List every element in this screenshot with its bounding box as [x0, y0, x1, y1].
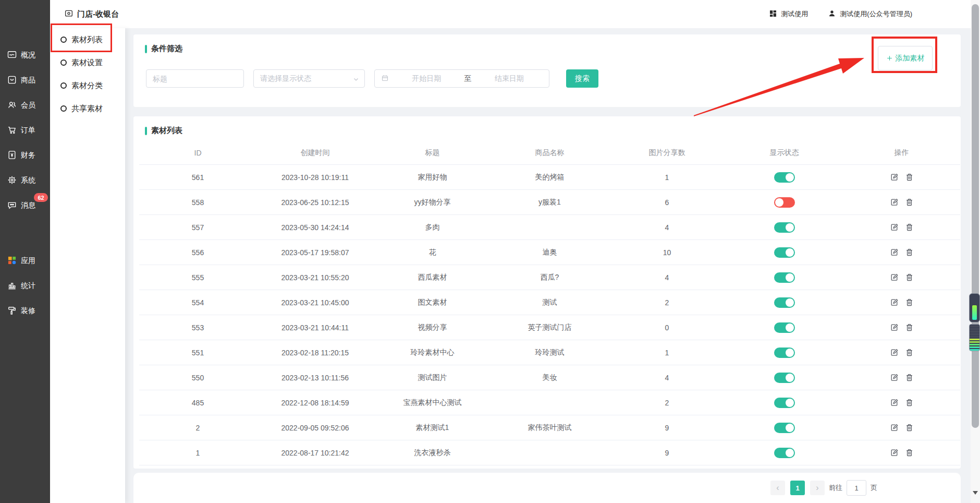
sidebar-item-stats[interactable]: 统计	[0, 273, 50, 298]
submenu-item-1[interactable]: 素材设置	[50, 51, 125, 74]
edit-icon[interactable]	[890, 223, 899, 232]
edit-icon[interactable]	[890, 348, 899, 357]
top-bar: 门店-收银台 测试使用 测试使用(公众号管理员)	[50, 0, 980, 28]
cell-id: 558	[139, 190, 256, 214]
trash-icon[interactable]	[905, 298, 914, 307]
current-page-button[interactable]: 1	[790, 481, 805, 495]
edit-icon[interactable]	[890, 298, 899, 307]
table-row: 5532023-03-21 10:44:11视频分享英子测试门店0	[139, 315, 960, 340]
unread-count-badge: 62	[34, 193, 48, 202]
trash-icon[interactable]	[905, 173, 914, 182]
trash-icon[interactable]	[905, 273, 914, 282]
edit-icon[interactable]	[890, 323, 899, 332]
title-input[interactable]	[146, 69, 244, 88]
status-select[interactable]: 请选择显示状态	[253, 69, 365, 88]
cell-share-count: 1	[608, 165, 726, 189]
cell-actions	[843, 165, 960, 189]
visibility-toggle[interactable]	[774, 423, 795, 433]
visibility-toggle[interactable]	[774, 373, 795, 383]
table-body: 5612023-10-28 10:19:11家用好物美的烤箱15582023-0…	[139, 165, 960, 465]
app-window: 概况商品会员订单财务系统消息62应用统计装修 门店-收银台 测试使用	[0, 0, 980, 503]
cell-title: 家用好物	[374, 165, 491, 189]
user-icon	[828, 9, 836, 19]
cell-product-name: y服装1	[491, 190, 608, 214]
cell-actions	[843, 240, 960, 265]
goto-label: 前往	[829, 483, 842, 493]
edit-icon[interactable]	[890, 398, 899, 407]
sidebar-item-order[interactable]: 订单	[0, 118, 50, 143]
sidebar-item-deco[interactable]: 装修	[0, 298, 50, 324]
cell-created-time: 2023-02-13 10:11:56	[256, 365, 374, 390]
workspace-switcher[interactable]: 测试使用	[769, 9, 808, 19]
submenu-item-2[interactable]: 素材分类	[50, 74, 125, 97]
scrollbar-down-arrow-icon[interactable]	[973, 491, 978, 495]
visibility-toggle[interactable]	[774, 297, 795, 308]
trash-icon[interactable]	[905, 373, 914, 382]
scrollbar-thumb[interactable]	[972, 4, 979, 428]
sidebar-item-message[interactable]: 消息62	[0, 193, 50, 218]
edit-icon[interactable]	[890, 198, 899, 207]
cell-product-name: 美的烤箱	[491, 165, 608, 189]
trash-icon[interactable]	[905, 423, 914, 432]
cell-product-name	[491, 440, 608, 465]
trash-icon[interactable]	[905, 198, 914, 207]
visibility-toggle[interactable]	[774, 197, 795, 208]
edit-icon[interactable]	[890, 273, 899, 282]
sidebar-item-finance[interactable]: 财务	[0, 143, 50, 168]
cell-id: 2	[139, 415, 256, 440]
edit-icon[interactable]	[890, 248, 899, 257]
submenu-item-label: 素材列表	[71, 35, 103, 45]
sidebar-item-system[interactable]: 系统	[0, 168, 50, 193]
trash-icon[interactable]	[905, 348, 914, 357]
visibility-toggle[interactable]	[774, 448, 795, 458]
sidebar-item-label: 概况	[21, 51, 35, 60]
edit-icon[interactable]	[890, 448, 899, 457]
sidebar-item-member[interactable]: 会员	[0, 93, 50, 118]
cell-share-count: 1	[608, 340, 726, 365]
submenu-item-3[interactable]: 共享素材	[50, 97, 125, 120]
visibility-toggle[interactable]	[774, 272, 795, 283]
visibility-toggle[interactable]	[774, 398, 795, 408]
trash-icon[interactable]	[905, 223, 914, 232]
cell-visibility	[726, 440, 843, 465]
cell-id: 485	[139, 390, 256, 415]
cell-created-time: 2022-09-05 09:52:06	[256, 415, 374, 440]
sidebar-item-apps[interactable]: 应用	[0, 248, 50, 273]
sidebar-item-goods[interactable]: 商品	[0, 68, 50, 93]
cell-actions	[843, 215, 960, 239]
edit-icon[interactable]	[890, 423, 899, 432]
cell-visibility	[726, 190, 843, 214]
submenu-item-0[interactable]: 素材列表	[50, 28, 125, 51]
cell-title: 宝燕素材中心测试	[374, 390, 491, 415]
add-material-button[interactable]: 添加素材	[878, 46, 933, 70]
trash-icon[interactable]	[905, 323, 914, 332]
user-menu[interactable]: 测试使用(公众号管理员)	[828, 9, 912, 19]
cell-share-count: 6	[608, 190, 726, 214]
visibility-toggle[interactable]	[774, 247, 795, 258]
edit-icon[interactable]	[890, 373, 899, 382]
pager-controls: ‹ 1 ›	[770, 481, 825, 495]
sidebar-item-overview[interactable]: 概况	[0, 43, 50, 68]
cell-actions	[843, 340, 960, 365]
date-range-picker[interactable]: 开始日期 至 结束日期	[374, 69, 549, 88]
next-page-button[interactable]: ›	[810, 481, 825, 495]
visibility-toggle[interactable]	[774, 222, 795, 233]
trash-icon[interactable]	[905, 248, 914, 257]
scrollbar-track[interactable]	[971, 0, 980, 503]
edit-icon[interactable]	[890, 173, 899, 182]
cell-share-count: 4	[608, 265, 726, 290]
table-row: 5612023-10-28 10:19:11家用好物美的烤箱1	[139, 165, 960, 190]
prev-page-button[interactable]: ‹	[770, 481, 785, 495]
pager-goto: 前往 页	[829, 481, 877, 495]
sidebar-item-list: 概况商品会员订单财务系统消息62应用统计装修	[0, 0, 50, 324]
trash-icon[interactable]	[905, 398, 914, 407]
cell-created-time: 2023-03-21 10:55:20	[256, 265, 374, 290]
trash-icon[interactable]	[905, 448, 914, 457]
visibility-toggle[interactable]	[774, 348, 795, 358]
goto-page-input[interactable]	[847, 480, 866, 496]
material-table: ID 创建时间 标题 商品名称 图片分享数 显示状态 操作 5612023-10…	[139, 141, 960, 465]
visibility-toggle[interactable]	[774, 172, 795, 183]
visibility-toggle[interactable]	[774, 322, 795, 333]
system-icon	[7, 175, 17, 187]
search-button[interactable]: 搜索	[566, 69, 598, 88]
